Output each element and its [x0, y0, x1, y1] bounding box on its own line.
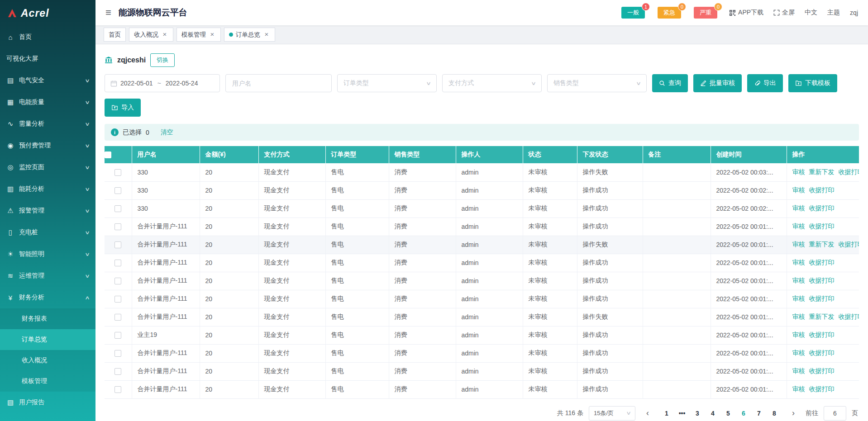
page-button-3[interactable]: 3 — [691, 407, 704, 420]
action-print-receipt-link[interactable]: 收据打印 — [839, 313, 859, 320]
action-print-receipt-link[interactable]: 收据打印 — [839, 241, 859, 248]
action-audit-link[interactable]: 审核 — [792, 241, 805, 248]
row-checkbox[interactable] — [114, 169, 121, 176]
page-size-select[interactable]: 15条/页 ∨ — [589, 406, 635, 421]
sidebar-item-charging-pile[interactable]: ▯充电桩∨ — [0, 222, 95, 243]
action-audit-link[interactable]: 审核 — [792, 204, 805, 212]
close-tab-icon[interactable]: × — [263, 31, 270, 38]
sidebar-item-energy-analysis[interactable]: ▥能耗分析∨ — [0, 178, 95, 200]
close-tab-icon[interactable]: × — [209, 31, 216, 38]
action-print-receipt-link[interactable]: 收据打印 — [809, 259, 835, 266]
action-audit-link[interactable]: 审核 — [792, 168, 805, 175]
action-print-receipt-link[interactable]: 收据打印 — [809, 295, 835, 302]
batch-audit-button[interactable]: 批量审核 — [693, 74, 742, 92]
tab-income-overview[interactable]: 收入概况× — [129, 28, 173, 42]
action-print-receipt-link[interactable]: 收据打印 — [809, 331, 835, 338]
tab-home[interactable]: 首页 — [104, 28, 126, 42]
row-checkbox[interactable] — [114, 296, 121, 303]
switch-project-button[interactable]: 切换 — [150, 53, 175, 67]
user-menu[interactable]: zqj — [850, 9, 858, 16]
page-button-7[interactable]: 7 — [752, 407, 766, 420]
sidebar-item-order-overview[interactable]: 订单总览 — [0, 329, 95, 350]
sidebar-item-template-management[interactable]: 模板管理 — [0, 371, 95, 392]
action-print-receipt-link[interactable]: 收据打印 — [809, 349, 835, 356]
row-checkbox[interactable] — [114, 332, 121, 339]
row-checkbox[interactable] — [114, 260, 121, 266]
page-ellipsis[interactable]: ••• — [675, 407, 689, 420]
import-button[interactable]: 导入 — [105, 99, 141, 117]
action-print-receipt-link[interactable]: 收据打印 — [809, 186, 835, 194]
sidebar-item-demand-analysis[interactable]: ∿需量分析∨ — [0, 113, 95, 135]
action-audit-link[interactable]: 审核 — [792, 295, 805, 302]
action-redispatch-link[interactable]: 重新下发 — [809, 168, 835, 175]
sale-type-select[interactable]: 销售类型 ∨ — [547, 74, 647, 92]
action-print-receipt-link[interactable]: 收据打印 — [809, 204, 835, 212]
username-input[interactable] — [225, 74, 332, 92]
goto-page-input[interactable] — [824, 406, 846, 421]
sidebar-item-smart-lighting[interactable]: ☀智能照明∨ — [0, 243, 95, 265]
page-button-5[interactable]: 5 — [721, 407, 735, 420]
clear-selection-link[interactable]: 清空 — [161, 128, 173, 137]
action-audit-link[interactable]: 审核 — [792, 349, 805, 356]
alert-button-urgent[interactable]: 紧急0 — [658, 7, 681, 19]
sidebar-item-monitoring-page[interactable]: ◎监控页面∨ — [0, 156, 95, 178]
action-redispatch-link[interactable]: 重新下发 — [809, 313, 835, 320]
sidebar-item-prepaid-management[interactable]: ◉预付费管理∨ — [0, 135, 95, 156]
sidebar-item-electrical-safety[interactable]: ▤电气安全∨ — [0, 70, 95, 91]
alert-button-severe[interactable]: 严重0 — [694, 7, 717, 19]
page-button-1[interactable]: 1 — [660, 407, 673, 420]
prev-page-button[interactable]: ‹ — [641, 407, 654, 420]
sidebar-item-financial-analysis[interactable]: ¥财务分析∧ — [0, 287, 95, 308]
page-button-6[interactable]: 6 — [737, 407, 750, 420]
row-checkbox[interactable] — [114, 368, 121, 375]
sidebar-item-income-overview[interactable]: 收入概况 — [0, 350, 95, 371]
action-print-receipt-link[interactable]: 收据打印 — [809, 222, 835, 230]
action-audit-link[interactable]: 审核 — [792, 186, 805, 194]
language-switch[interactable]: 中文 — [805, 9, 817, 17]
app-download-link[interactable]: APP下载 — [729, 9, 763, 17]
action-print-receipt-link[interactable]: 收据打印 — [809, 367, 835, 374]
sidebar-item-financial-report[interactable]: 财务报表 — [0, 308, 95, 329]
download-template-button[interactable]: 下载模板 — [788, 74, 837, 92]
row-checkbox[interactable] — [114, 223, 121, 230]
close-tab-icon[interactable]: × — [161, 31, 168, 38]
fullscreen-button[interactable]: 全屏 — [773, 9, 795, 17]
order-type-select[interactable]: 订单类型 ∨ — [337, 74, 437, 92]
row-checkbox[interactable] — [114, 386, 121, 393]
action-print-receipt-link[interactable]: 收据打印 — [809, 385, 835, 393]
row-checkbox[interactable] — [114, 314, 121, 321]
search-button[interactable]: 查询 — [652, 74, 688, 92]
sidebar-item-alarm-management[interactable]: ⚠报警管理∨ — [0, 200, 95, 222]
page-button-8[interactable]: 8 — [768, 407, 781, 420]
page-button-4[interactable]: 4 — [706, 407, 720, 420]
action-redispatch-link[interactable]: 重新下发 — [809, 241, 835, 248]
pay-method-select[interactable]: 支付方式 ∨ — [442, 74, 542, 92]
row-checkbox[interactable] — [114, 241, 121, 248]
row-checkbox[interactable] — [114, 205, 121, 212]
sidebar-item-power-quality[interactable]: ▦电能质量∨ — [0, 91, 95, 113]
sidebar-item-user-report[interactable]: ▧用户报告 — [0, 392, 95, 413]
tab-template-management[interactable]: 模板管理× — [176, 28, 221, 42]
action-audit-link[interactable]: 审核 — [792, 331, 805, 338]
row-checkbox[interactable] — [114, 350, 121, 357]
date-range-picker[interactable]: 2022-05-01 ~ 2022-05-24 — [105, 74, 220, 92]
row-checkbox[interactable] — [114, 278, 121, 284]
action-audit-link[interactable]: 审核 — [792, 385, 805, 393]
action-audit-link[interactable]: 审核 — [792, 277, 805, 284]
action-audit-link[interactable]: 审核 — [792, 313, 805, 320]
select-all-checkbox[interactable] — [105, 151, 111, 158]
sidebar-item-home[interactable]: ⌂首页 — [0, 26, 95, 48]
action-audit-link[interactable]: 审核 — [792, 259, 805, 266]
theme-switch[interactable]: 主题 — [827, 9, 840, 17]
export-button[interactable]: 导出 — [747, 74, 783, 92]
tab-order-overview[interactable]: 订单总览× — [224, 28, 275, 42]
alert-button-general[interactable]: 一般1 — [621, 7, 645, 19]
sidebar-item-operation-management[interactable]: ≋运维管理∨ — [0, 265, 95, 287]
sidebar-item-visual-screen[interactable]: 可视化大屏 — [0, 48, 95, 70]
collapse-sidebar-icon[interactable]: ≡ — [105, 8, 111, 18]
action-print-receipt-link[interactable]: 收据打印 — [839, 168, 859, 175]
next-page-button[interactable]: › — [787, 407, 800, 420]
row-checkbox[interactable] — [114, 187, 121, 194]
action-print-receipt-link[interactable]: 收据打印 — [809, 277, 835, 284]
action-audit-link[interactable]: 审核 — [792, 367, 805, 374]
